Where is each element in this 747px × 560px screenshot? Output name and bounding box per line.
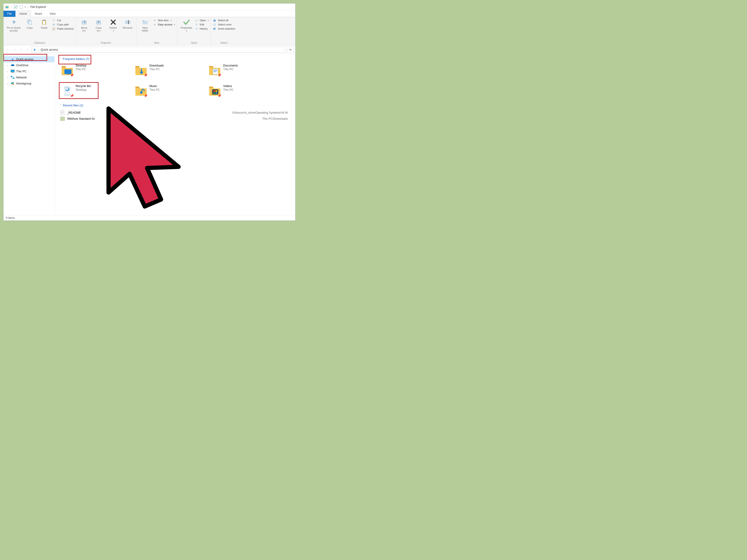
svg-rect-20: [13, 77, 15, 79]
expand-icon[interactable]: ›: [7, 64, 9, 67]
this-pc-icon: [10, 69, 15, 74]
pin-icon: 📌: [70, 94, 74, 98]
tree-quick-access[interactable]: › ★ Quick access: [3, 56, 54, 62]
content-pane: ˅ Frequent folders (7) 📌 DesktopThis PC …: [55, 54, 295, 215]
address-dropdown-icon[interactable]: ˅: [283, 49, 284, 51]
folder-desktop[interactable]: 📌 DesktopThis PC: [60, 63, 127, 77]
group-label: Clipboard: [5, 41, 74, 45]
window-title: File Explorer: [30, 5, 46, 9]
app-icon: [5, 5, 9, 9]
svg-rect-38: [215, 92, 217, 94]
select-all-button[interactable]: ▦Select all: [213, 19, 235, 22]
edit-button[interactable]: ✎Edit: [195, 23, 209, 26]
recent-file-wikihow[interactable]: Wikihow Standard Gr This PC\Downloads: [60, 116, 292, 122]
tree-this-pc[interactable]: › This PC: [3, 69, 54, 75]
paste-shortcut-button[interactable]: 📋Paste shortcut: [52, 27, 73, 31]
forward-button[interactable]: →: [12, 47, 17, 52]
svg-rect-2: [5, 6, 7, 6]
svg-rect-16: [143, 20, 145, 22]
history-button[interactable]: ↺History: [195, 27, 209, 31]
recent-locations-button[interactable]: ˅: [19, 47, 24, 52]
group-label: Organize: [77, 41, 134, 45]
recent-file-readme[interactable]: _README \\Vboxsvr\d_drive\Operating Syst…: [60, 109, 292, 116]
quick-access-star-icon: ★: [33, 48, 36, 52]
folder-documents[interactable]: 📌 DocumentsThis PC: [208, 63, 275, 77]
tree-homegroup[interactable]: › Homegroup: [3, 80, 54, 86]
paste-shortcut-icon: 📋: [52, 27, 56, 31]
rename-button[interactable]: Rename: [121, 18, 134, 30]
copy-path-button[interactable]: ⧉Copy path: [52, 23, 73, 26]
cut-button[interactable]: ✂Cut: [52, 19, 73, 22]
copy-to-icon: [95, 19, 102, 26]
svg-rect-18: [12, 72, 13, 73]
folder-downloads[interactable]: 📌 DownloadsThis PC: [134, 63, 201, 77]
paste-icon: [41, 19, 48, 26]
move-to-button[interactable]: Move to▾: [77, 18, 91, 33]
folder-music[interactable]: 📌 MusicThis PC: [134, 83, 201, 98]
generic-file-icon: [60, 117, 65, 121]
tab-file[interactable]: File: [3, 11, 16, 17]
copy-to-button[interactable]: Copy to▾: [92, 18, 105, 33]
breadcrumb-chevron-icon: ›: [38, 49, 39, 51]
svg-rect-10: [43, 20, 45, 21]
delete-button[interactable]: Delete▾: [106, 18, 120, 33]
tree-network[interactable]: › Network: [3, 75, 54, 80]
recent-files-section: ˅ Recent files (2) _README \\Vboxsvr\d_d…: [60, 104, 292, 122]
pin-icon: 📌: [217, 94, 221, 98]
tab-share[interactable]: Share: [31, 11, 46, 17]
quick-doc-icon[interactable]: [19, 5, 23, 9]
svg-point-31: [64, 86, 70, 88]
expand-icon[interactable]: ›: [7, 70, 9, 73]
expand-icon[interactable]: ›: [7, 76, 9, 79]
onedrive-icon: [10, 63, 15, 68]
cut-icon: ✂: [52, 19, 56, 22]
svg-rect-34: [217, 89, 218, 95]
body: › ★ Quick access › OneDrive › This PC › …: [3, 54, 295, 215]
address-bar[interactable]: ★ › Quick access ˅: [31, 47, 286, 53]
pin-icon: 📌: [217, 74, 221, 77]
expand-icon[interactable]: ›: [7, 58, 9, 61]
folder-recycle-bin[interactable]: 📌 Recycle BinDesktop: [60, 83, 127, 98]
copy-path-icon: ⧉: [52, 23, 56, 26]
recycle-bin-icon: 📌: [61, 84, 73, 97]
tab-home[interactable]: Home: [16, 10, 31, 17]
navigation-tree: › ★ Quick access › OneDrive › This PC › …: [3, 54, 55, 215]
svg-rect-32: [212, 89, 218, 95]
open-button[interactable]: ▭Open▾: [195, 19, 209, 22]
section-recent-files[interactable]: ˅ Recent files (2): [60, 104, 292, 107]
svg-rect-29: [213, 72, 216, 72]
copy-button[interactable]: Copy: [23, 18, 36, 30]
tree-onedrive[interactable]: › OneDrive: [3, 62, 54, 69]
quick-checkbox-icon[interactable]: [14, 5, 18, 9]
up-button[interactable]: ↑: [25, 47, 30, 52]
svg-rect-37: [213, 92, 215, 94]
select-none-button[interactable]: ▢Select none: [213, 23, 235, 26]
tab-view[interactable]: View: [46, 11, 59, 17]
back-button[interactable]: ←: [5, 47, 10, 52]
invert-selection-button[interactable]: ◩Invert selection: [213, 27, 235, 31]
svg-rect-5: [20, 5, 23, 9]
refresh-button[interactable]: ↻: [287, 47, 293, 53]
paste-button[interactable]: Paste: [37, 18, 51, 30]
quick-dropdown-icon[interactable]: ▾: [25, 6, 26, 8]
pin-to-quick-access-button[interactable]: Pin to Quick access: [5, 18, 22, 32]
status-bar: 9 items: [3, 215, 295, 220]
svg-rect-3: [6, 6, 8, 8]
easy-access-button[interactable]: ➜Easy access▾: [153, 23, 175, 26]
new-item-button[interactable]: ✦New item▾: [153, 19, 175, 22]
properties-icon: [183, 19, 190, 26]
text-file-icon: [60, 110, 65, 115]
collapse-icon: ˅: [60, 104, 61, 107]
music-folder-icon: 📌: [135, 84, 147, 97]
select-none-icon: ▢: [213, 23, 216, 26]
folder-videos[interactable]: 📌 VideosThis PC: [208, 83, 275, 98]
svg-rect-13: [125, 21, 130, 24]
expand-icon[interactable]: ›: [7, 82, 9, 85]
svg-rect-25: [66, 74, 70, 75]
title-bar: | ▾ | File Explorer: [3, 3, 295, 11]
new-folder-button[interactable]: New folder: [138, 18, 152, 32]
properties-button[interactable]: Properties▾: [179, 18, 194, 33]
svg-rect-27: [213, 70, 217, 70]
svg-rect-9: [43, 21, 46, 24]
ribbon-group-clipboard: Pin to Quick access Copy Paste ✂Cut ⧉Cop…: [3, 17, 76, 45]
